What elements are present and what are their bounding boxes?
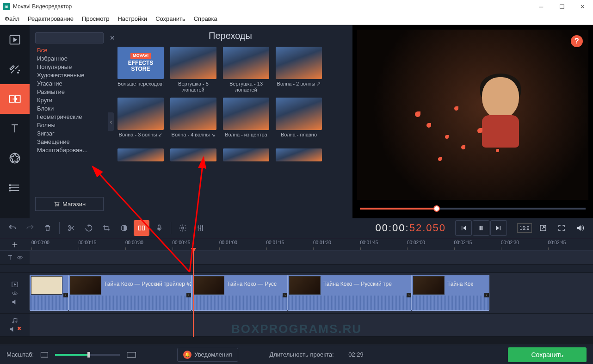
- help-button[interactable]: ?: [571, 35, 583, 47]
- menu-save[interactable]: Сохранить: [155, 15, 185, 22]
- category-item[interactable]: Популярные: [37, 63, 108, 71]
- equalizer-button[interactable]: [192, 220, 208, 236]
- category-item[interactable]: Зигзаг: [37, 130, 108, 138]
- transition-item[interactable]: [170, 148, 216, 161]
- svg-point-15: [58, 205, 59, 206]
- app-logo-icon: m: [3, 3, 10, 10]
- mute-icon[interactable]: [11, 298, 19, 306]
- category-item[interactable]: Угасание: [37, 80, 108, 88]
- svg-point-27: [19, 257, 20, 258]
- svg-rect-33: [41, 352, 48, 357]
- category-item[interactable]: Размытие: [37, 88, 108, 96]
- transition-item[interactable]: [276, 148, 322, 161]
- delete-button[interactable]: [40, 220, 56, 236]
- svg-point-11: [9, 190, 10, 191]
- minimize-button[interactable]: ─: [531, 0, 551, 13]
- undo-button[interactable]: [5, 220, 20, 236]
- transition-item[interactable]: Волна - 2 волны ↗: [276, 47, 322, 93]
- mute-icon[interactable]: [9, 326, 16, 333]
- zoom-out-icon[interactable]: [40, 352, 49, 358]
- category-item[interactable]: Блоки: [37, 105, 108, 113]
- menu-view[interactable]: Просмотр: [82, 15, 109, 22]
- category-item[interactable]: Геометрические: [37, 113, 108, 121]
- transition-item[interactable]: Вертушка - 13 лопастей: [223, 47, 269, 93]
- menu-help[interactable]: Справка: [194, 15, 217, 22]
- category-item[interactable]: Волны: [37, 121, 108, 130]
- transition-item[interactable]: Волна - из центра: [223, 98, 269, 144]
- ruler-tick: 00:02:00: [407, 240, 425, 245]
- maximize-button[interactable]: ☐: [551, 0, 572, 13]
- timeline-clip[interactable]: Тайна Коко — Русс›: [191, 275, 288, 311]
- visibility-icon[interactable]: [17, 254, 23, 261]
- tool-titles[interactable]: [0, 114, 30, 143]
- color-button[interactable]: [116, 220, 132, 236]
- transition-item[interactable]: Волна - 4 волны ↘: [170, 98, 216, 144]
- close-button[interactable]: ✕: [572, 0, 593, 13]
- menu-settings[interactable]: Настройки: [117, 15, 147, 22]
- menu-file[interactable]: Файл: [5, 15, 19, 22]
- audio-track-icon: [11, 317, 19, 324]
- pause-button[interactable]: [473, 220, 489, 236]
- next-button[interactable]: [490, 220, 507, 236]
- category-item[interactable]: Избранное: [37, 55, 108, 63]
- svg-point-31: [12, 322, 14, 323]
- ruler-tick: 00:01:30: [313, 240, 331, 245]
- transition-item[interactable]: Волна - 3 волны ↙: [117, 98, 164, 144]
- shop-button[interactable]: Магазин: [35, 197, 104, 211]
- tool-media[interactable]: [0, 25, 30, 55]
- preview-scrubber[interactable]: [360, 204, 586, 215]
- transition-item[interactable]: Волна - плавно: [276, 98, 322, 144]
- duration-label: Длительность проекта:: [270, 351, 334, 358]
- tool-filters[interactable]: [0, 55, 30, 84]
- timeline-clip[interactable]: ›: [30, 275, 68, 311]
- cut-button[interactable]: [63, 220, 79, 236]
- category-item[interactable]: Замещение: [37, 138, 108, 146]
- unlink-icon[interactable]: ✖: [17, 326, 21, 333]
- timeline-clip[interactable]: Тайна Коко — Русский тре›: [288, 275, 412, 311]
- category-item[interactable]: Масштабирован...: [37, 146, 108, 154]
- menu-edit[interactable]: Редактирование: [28, 15, 74, 22]
- redo-button[interactable]: [22, 220, 38, 236]
- search-input[interactable]: [40, 35, 110, 41]
- zoom-label: Масштаб:: [6, 351, 34, 358]
- crop-button[interactable]: [99, 220, 114, 236]
- volume-button[interactable]: [572, 220, 588, 236]
- detach-preview-button[interactable]: [535, 220, 551, 236]
- zoom-in-icon[interactable]: [126, 352, 136, 358]
- prev-button[interactable]: [455, 220, 472, 236]
- rotate-button[interactable]: [81, 220, 97, 236]
- search-box[interactable]: ✕: [35, 32, 104, 43]
- tool-more[interactable]: [0, 173, 30, 203]
- notifications-button[interactable]: 🔔 Уведомления: [177, 348, 238, 362]
- svg-point-22: [182, 227, 184, 229]
- save-button[interactable]: Сохранить: [508, 347, 587, 362]
- category-item[interactable]: Круги: [37, 96, 108, 105]
- timeline-ruler[interactable]: ＋ 00:00:0000:00:1500:00:3000:00:4500:01:…: [0, 238, 593, 251]
- ruler-tick: 00:02:30: [501, 240, 519, 245]
- category-item[interactable]: Художественные: [37, 71, 108, 80]
- transition-item[interactable]: [223, 148, 269, 161]
- tool-stickers[interactable]: [0, 143, 30, 173]
- add-track-button[interactable]: ＋: [0, 238, 30, 250]
- preview-video[interactable]: [357, 30, 588, 200]
- aspect-ratio-button[interactable]: 16:9: [516, 220, 533, 236]
- transition-wizard-button[interactable]: [134, 220, 149, 236]
- fullscreen-button[interactable]: [553, 220, 570, 236]
- svg-point-29: [12, 292, 18, 295]
- timeline-clip[interactable]: Тайна Кок›: [412, 275, 489, 311]
- record-button[interactable]: [151, 220, 167, 236]
- clip-properties-button[interactable]: [175, 220, 191, 236]
- zoom-slider[interactable]: [55, 354, 120, 356]
- transition-item[interactable]: Вертушка - 5 лопастей: [170, 47, 216, 93]
- svg-rect-23: [480, 226, 481, 230]
- bell-icon: 🔔: [183, 351, 191, 359]
- visibility-icon[interactable]: [12, 290, 18, 296]
- category-item[interactable]: Все: [37, 46, 108, 55]
- svg-point-10: [9, 187, 10, 188]
- tool-transitions[interactable]: [0, 84, 30, 114]
- timeline-clip[interactable]: Тайна Коко — Русский трейлер #2›: [68, 275, 191, 311]
- ruler-tick: 00:01:00: [219, 240, 237, 245]
- transition-item[interactable]: [117, 148, 164, 161]
- svg-rect-24: [482, 226, 483, 230]
- transition-item[interactable]: MOVAVIEFFECTSSTOREБольше переходов!: [117, 47, 164, 93]
